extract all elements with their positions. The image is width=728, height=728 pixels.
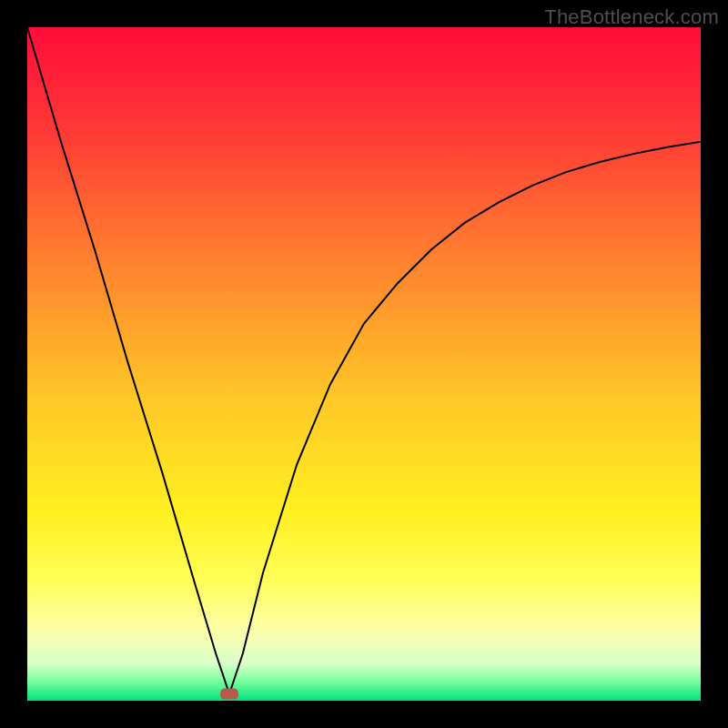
plot-area <box>27 27 701 701</box>
chart-frame: TheBottleneck.com <box>0 0 728 728</box>
watermark-text: TheBottleneck.com <box>544 5 719 29</box>
chart-svg <box>27 27 701 701</box>
minimum-marker <box>220 689 238 700</box>
